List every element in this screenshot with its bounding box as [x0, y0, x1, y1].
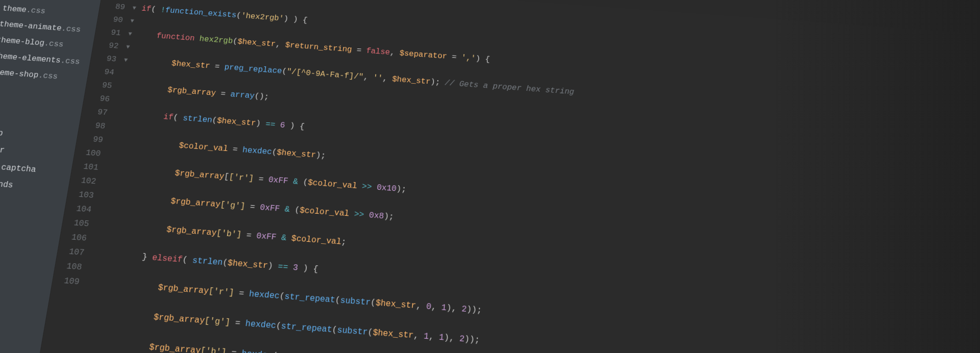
line-number: 97 — [81, 105, 108, 120]
line-number: 104 — [64, 201, 93, 217]
line-number: 90 — [97, 12, 124, 27]
sidebar-gap — [0, 80, 86, 131]
line-number: 106 — [59, 230, 88, 246]
line-number: 95 — [86, 78, 113, 93]
line-number: 109 — [52, 273, 81, 289]
line-number: 96 — [83, 91, 111, 106]
line-number: 92 — [92, 38, 119, 53]
line-number: 91 — [94, 25, 121, 40]
line-number: 93 — [90, 51, 117, 66]
line-number: 99 — [76, 132, 104, 147]
code-editor[interactable]: 87 88 89 90 91 92 93 94 95 96 97 98 99 1… — [28, 0, 980, 353]
line-number: 102 — [69, 173, 97, 189]
line-number: 103 — [66, 187, 94, 203]
line-number: 98 — [79, 118, 106, 133]
line-number: 108 — [54, 258, 83, 274]
line-number: 101 — [71, 159, 100, 175]
line-number: 107 — [57, 244, 85, 260]
code-area[interactable]: if( !function_exists('hex2rgb') ) { func… — [71, 0, 980, 353]
line-number: 100 — [74, 145, 102, 161]
line-number: 105 — [62, 215, 90, 232]
line-number: 94 — [88, 64, 115, 80]
editor-scene: custom.css ie.css theme.css theme-animat… — [0, 0, 980, 353]
line-number: 89 — [99, 0, 126, 14]
